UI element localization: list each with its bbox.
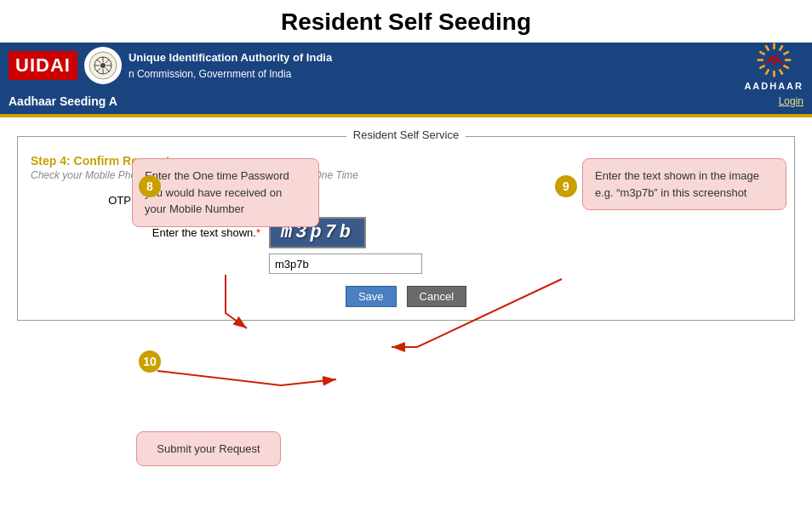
svg-line-13 bbox=[783, 51, 788, 54]
svg-line-15 bbox=[783, 65, 788, 68]
aadhaar-label: AADHAAR bbox=[744, 81, 803, 91]
service-box-title: Resident Self Service bbox=[346, 128, 466, 141]
header-left: UIDAI Unique Identification Authority of… bbox=[9, 47, 332, 84]
cancel-button[interactable]: Cancel bbox=[407, 286, 466, 307]
page-title: Resident Self Seeding bbox=[0, 0, 812, 43]
svg-line-12 bbox=[779, 45, 782, 50]
captcha-input[interactable] bbox=[269, 254, 422, 274]
login-link[interactable]: Login bbox=[779, 95, 803, 107]
emblem-icon bbox=[84, 47, 122, 84]
tooltip-bubble-9: Enter the text shown in the image e.g. “… bbox=[582, 158, 786, 210]
svg-line-18 bbox=[765, 69, 769, 74]
tooltip-bubble-submit: Submit your Request bbox=[136, 431, 281, 467]
uidai-logo: UIDAI bbox=[9, 51, 77, 80]
save-button[interactable]: Save bbox=[346, 286, 397, 307]
header-text: Unique Identification Authority of India… bbox=[129, 49, 332, 82]
otp-label: OTP :* bbox=[31, 194, 141, 207]
svg-point-2 bbox=[100, 63, 106, 68]
badge-8: 8 bbox=[139, 175, 161, 197]
nav-title: Aadhaar Seeding A bbox=[9, 94, 117, 108]
header-bar: UIDAI Unique Identification Authority of… bbox=[0, 43, 812, 88]
nav-bar: Aadhaar Seeding A Login bbox=[0, 88, 812, 114]
captcha-label: Enter the text shown.* bbox=[150, 226, 260, 239]
svg-point-23 bbox=[772, 61, 775, 65]
main-content: Resident Self Service Step 4: Confirm Re… bbox=[0, 117, 812, 483]
badge-9: 9 bbox=[555, 175, 577, 197]
button-row: Save Cancel bbox=[31, 286, 781, 307]
svg-line-19 bbox=[759, 65, 764, 68]
badge-10: 10 bbox=[139, 350, 161, 373]
aadhaar-logo: AADHAAR bbox=[744, 41, 803, 91]
svg-line-21 bbox=[759, 51, 764, 54]
tooltip-bubble-8: Enter the One time Password you would ha… bbox=[132, 158, 319, 227]
svg-line-22 bbox=[765, 45, 769, 50]
svg-line-16 bbox=[779, 69, 782, 74]
